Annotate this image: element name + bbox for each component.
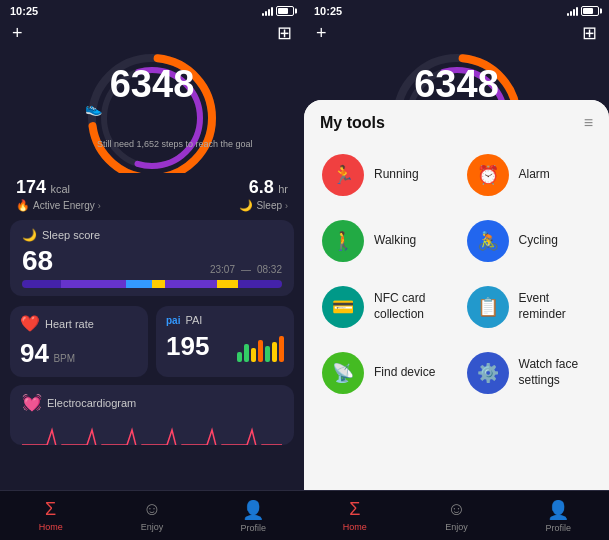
tool-watchface-label: Watch face settings: [519, 357, 592, 388]
heart-value-row-left: 94 BPM: [20, 338, 138, 369]
moon-icon-left: 🌙: [239, 199, 253, 212]
grid-button-left[interactable]: ⊞: [277, 24, 292, 42]
battery-icon-left: [276, 6, 294, 16]
nav-enjoy-left[interactable]: ☺ Enjoy: [101, 499, 202, 532]
tool-walking-label: Walking: [374, 233, 416, 249]
nav-profile-left[interactable]: 👤 Profile: [203, 499, 304, 533]
tool-running[interactable]: 🏃 Running: [312, 142, 457, 208]
pai-bar-1: [237, 352, 242, 362]
nav-enjoy-icon-left: ☺: [143, 499, 161, 520]
nav-home-right[interactable]: Σ Home: [304, 499, 406, 532]
pai-card-left: pai PAI 195: [156, 306, 294, 377]
tool-find-device-label: Find device: [374, 365, 435, 381]
sleep-label-row-left[interactable]: 🌙 Sleep ›: [239, 199, 288, 212]
tool-event-label: Event reminder: [519, 291, 592, 322]
signal-bar-4: [271, 7, 273, 16]
walking-icon: 🚶: [332, 230, 354, 252]
bottom-nav-right: Σ Home ☺ Enjoy 👤 Profile: [304, 490, 609, 540]
left-panel: 10:25 + ⊞: [0, 0, 304, 540]
my-tools-overlay: My tools ≡ 🏃 Running ⏰ Alarm 🚶: [304, 100, 609, 490]
status-icons-right: [567, 6, 599, 16]
signal-bar-r2: [570, 11, 572, 16]
hamburger-icon[interactable]: ≡: [584, 114, 593, 132]
signal-bar-r4: [576, 7, 578, 16]
overlay-header: My tools ≡: [304, 100, 609, 142]
nav-enjoy-icon-right: ☺: [447, 499, 465, 520]
sleep-start-left: 23:07: [210, 264, 235, 275]
battery-icon-right: [581, 6, 599, 16]
pai-bar-7: [279, 336, 284, 362]
tool-watchface[interactable]: ⚙️ Watch face settings: [457, 340, 602, 406]
calories-label-row-left[interactable]: 🔥 Active Energy ›: [16, 199, 101, 212]
nav-enjoy-label-right: Enjoy: [445, 522, 468, 532]
calories-value-left: 174 kcal: [16, 177, 101, 198]
pai-bar-2: [244, 344, 249, 362]
nav-home-label-left: Home: [39, 522, 63, 532]
pai-bar-6: [272, 342, 277, 362]
tool-nfc[interactable]: 💳 NFC card collection: [312, 274, 457, 340]
ecg-icon-left: 💓: [22, 393, 42, 412]
status-time-left: 10:25: [10, 5, 38, 17]
sleep-seg-4: [152, 280, 165, 288]
status-bar-left: 10:25: [0, 0, 304, 22]
sleep-end-left: 08:32: [257, 264, 282, 275]
signal-bar-1: [262, 13, 264, 16]
tool-cycling-label: Cycling: [519, 233, 558, 249]
tool-event[interactable]: 📋 Event reminder: [457, 274, 602, 340]
heart-icon-left: ❤️: [20, 314, 40, 333]
sleep-value-left: 6.8 hr: [239, 177, 288, 198]
pai-bars-left: [237, 334, 284, 362]
nav-home-icon-right: Σ: [349, 499, 360, 520]
alarm-icon: ⏰: [477, 164, 499, 186]
sleep-bar-left: [22, 280, 282, 288]
sleep-score-row-left: 68 23:07 — 08:32: [22, 247, 282, 275]
sleep-card-left: 🌙 Sleep score 68 23:07 — 08:32: [10, 220, 294, 296]
battery-fill-left: [278, 8, 288, 14]
nav-home-left[interactable]: Σ Home: [0, 499, 101, 532]
add-button-left[interactable]: +: [12, 24, 23, 42]
pai-content-left: 195: [166, 331, 284, 362]
tool-alarm[interactable]: ⏰ Alarm: [457, 142, 602, 208]
status-bar-right: 10:25: [304, 0, 609, 22]
signal-bar-3: [268, 9, 270, 16]
grid-button-right[interactable]: ⊞: [582, 24, 597, 42]
nav-profile-right[interactable]: 👤 Profile: [507, 499, 609, 533]
nav-profile-label-right: Profile: [545, 523, 571, 533]
battery-fill-right: [583, 8, 593, 14]
tool-find-device[interactable]: 📡 Find device: [312, 340, 457, 406]
add-button-right[interactable]: +: [316, 24, 327, 42]
nav-home-label-right: Home: [343, 522, 367, 532]
nfc-icon-circle: 💳: [322, 286, 364, 328]
step-label-left: Still need 1,652 steps to reach the goal: [97, 139, 207, 151]
ecg-svg-left: [22, 425, 282, 445]
bottom-cards-row-left: ❤️ Heart rate 94 BPM pai PAI 195: [10, 306, 294, 377]
signal-bars-right: [567, 6, 578, 16]
step-count-left: 6348: [110, 63, 195, 106]
right-panel: 10:25 + ⊞ 6348 Still n: [304, 0, 609, 540]
alarm-icon-circle: ⏰: [467, 154, 509, 196]
tool-walking[interactable]: 🚶 Walking: [312, 208, 457, 274]
nav-enjoy-right[interactable]: ☺ Enjoy: [406, 499, 508, 532]
tool-nfc-label: NFC card collection: [374, 291, 447, 322]
find-device-icon-circle: 📡: [322, 352, 364, 394]
pai-brand-left: pai: [166, 315, 180, 326]
event-icon-circle: 📋: [467, 286, 509, 328]
signal-bar-r3: [573, 9, 575, 16]
tool-cycling[interactable]: 🚴 Cycling: [457, 208, 602, 274]
nav-profile-icon-left: 👤: [242, 499, 264, 521]
status-time-right: 10:25: [314, 5, 342, 17]
nfc-icon: 💳: [332, 296, 354, 318]
pai-bar-5: [265, 346, 270, 362]
overlay-title: My tools: [320, 114, 385, 132]
sleep-seg-3: [126, 280, 152, 288]
sleep-card-title-row-left: 🌙 Sleep score: [22, 228, 282, 242]
stats-row-left: 174 kcal 🔥 Active Energy › 6.8 hr 🌙 Slee…: [0, 173, 304, 214]
cycling-icon-circle: 🚴: [467, 220, 509, 262]
nav-profile-label-left: Profile: [241, 523, 267, 533]
tool-alarm-label: Alarm: [519, 167, 550, 183]
heart-unit-left: BPM: [53, 353, 75, 364]
nav-profile-icon-right: 👤: [547, 499, 569, 521]
tools-grid: 🏃 Running ⏰ Alarm 🚶 Walking 🚴: [304, 142, 609, 406]
event-icon: 📋: [477, 296, 499, 318]
sleep-stat-left: 6.8 hr 🌙 Sleep ›: [239, 177, 288, 212]
